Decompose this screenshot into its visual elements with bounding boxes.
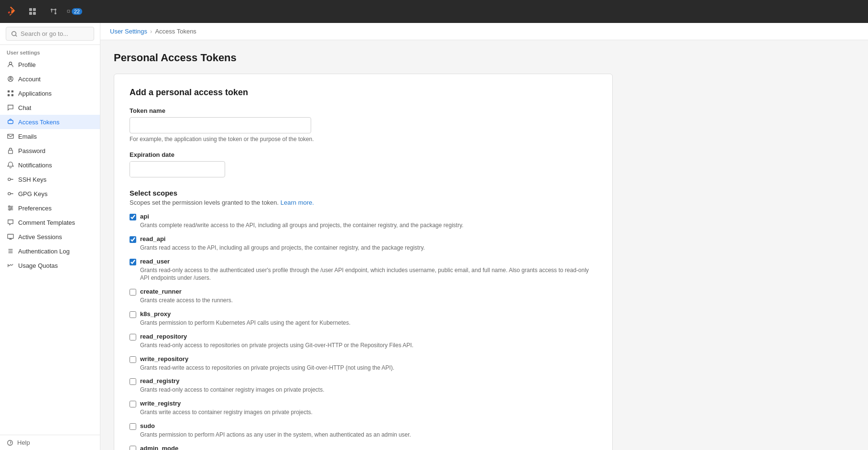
token-name-group: Token name For example, the application … [130, 107, 597, 143]
scope-item-read_repository: read_repository Grants read-only access … [130, 333, 597, 350]
sidebar-item-usage-quotas[interactable]: Usage Quotas [0, 258, 100, 273]
svg-rect-3 [33, 12, 36, 15]
scope-item-read_registry: read_registry Grants read-only access to… [130, 377, 597, 394]
scope-checkbox-k8s_proxy[interactable] [130, 311, 136, 318]
sidebar-label-usage-quotas: Usage Quotas [18, 262, 58, 269]
sidebar-item-password[interactable]: Password [0, 143, 100, 158]
svg-rect-13 [8, 94, 10, 96]
scope-name-read_registry: read_registry [140, 377, 179, 384]
card-title: Add a personal access token [130, 88, 597, 98]
scope-checkbox-read_user[interactable] [130, 259, 136, 265]
issues-button[interactable]: 22 [67, 4, 82, 19]
sidebar-label-notifications: Notifications [18, 162, 52, 169]
scope-checkbox-sudo[interactable] [130, 423, 136, 430]
lock-icon [7, 147, 14, 154]
sidebar-item-ssh-keys[interactable]: SSH Keys [0, 172, 100, 187]
svg-point-24 [8, 440, 13, 445]
sidebar-label-emails: Emails [18, 133, 37, 140]
sidebar-item-auth-log[interactable]: Authentication Log [0, 244, 100, 258]
expiration-input[interactable] [130, 162, 223, 177]
scope-item-read_api: read_api Grants read access to the API, … [130, 235, 597, 252]
token-icon [7, 118, 14, 126]
sidebar-item-profile[interactable]: Profile [0, 57, 100, 72]
scope-checkbox-read_api[interactable] [130, 236, 136, 243]
scope-desc-read_user: Grants read-only access to the authentic… [140, 266, 597, 283]
sidebar-item-applications[interactable]: Applications [0, 86, 100, 100]
scope-name-create_runner: create_runner [140, 288, 182, 295]
sidebar-item-emails[interactable]: Emails [0, 129, 100, 143]
sidebar-item-comment-templates[interactable]: Comment Templates [0, 215, 100, 230]
sidebar-label-ssh-keys: SSH Keys [18, 176, 46, 183]
svg-rect-14 [11, 94, 13, 96]
clear-date-button[interactable] [223, 163, 225, 176]
scope-item-sudo: sudo Grants permission to perform API ac… [130, 422, 597, 439]
scopes-title: Select scopes [130, 189, 597, 197]
token-name-input[interactable] [130, 117, 311, 133]
chart-icon [7, 262, 14, 269]
sidebar-label-profile: Profile [18, 61, 36, 68]
scope-checkbox-create_runner[interactable] [130, 289, 136, 296]
expiration-label: Expiration date [130, 151, 597, 158]
search-button[interactable]: Search or go to... [6, 27, 94, 41]
breadcrumb-separator: › [150, 28, 152, 35]
svg-rect-23 [8, 234, 13, 239]
scope-name-read_api: read_api [140, 235, 165, 242]
scope-desc-write_repository: Grants read-write access to repositories… [140, 364, 597, 372]
scope-desc-api: Grants complete read/write access to the… [140, 221, 597, 230]
sidebar-search-container: Search or go to... [0, 23, 100, 45]
sidebar-label-password: Password [18, 147, 45, 154]
sidebar-label-account: Account [18, 76, 41, 83]
app-logo[interactable] [6, 5, 19, 18]
svg-rect-12 [11, 90, 13, 92]
sidebar-item-chat[interactable]: Chat [0, 100, 100, 115]
scopes-hint: Scopes set the permission levels granted… [130, 199, 597, 206]
apps-icon [7, 89, 14, 97]
key-icon [7, 176, 14, 183]
sidebar-item-account[interactable]: Account [0, 72, 100, 86]
sidebar-item-active-sessions[interactable]: Active Sessions [0, 230, 100, 244]
token-name-label: Token name [130, 107, 597, 114]
sidebar-label-gpg-keys: GPG Keys [18, 190, 47, 198]
scope-desc-read_repository: Grants read-only access to repositories … [140, 341, 597, 350]
search-placeholder: Search or go to... [21, 30, 68, 37]
sidebar-item-notifications[interactable]: Notifications [0, 158, 100, 172]
sidebar-item-access-tokens[interactable]: Access Tokens [0, 115, 100, 129]
svg-rect-2 [29, 12, 32, 15]
issues-count: 22 [72, 8, 82, 15]
scope-checkbox-api[interactable] [130, 214, 136, 220]
svg-rect-0 [29, 8, 32, 11]
sidebar-help[interactable]: Help [0, 435, 100, 450]
pr-button[interactable] [46, 4, 61, 19]
svg-rect-11 [8, 90, 10, 92]
scope-checkbox-read_repository[interactable] [130, 334, 136, 340]
sidebar-item-gpg-keys[interactable]: GPG Keys [0, 187, 100, 201]
sidebar: Search or go to... User settings Profile… [0, 23, 100, 450]
token-name-hint: For example, the application using the t… [130, 136, 597, 143]
svg-point-6 [54, 9, 56, 11]
scopes-learn-more[interactable]: Learn more. [281, 199, 314, 206]
svg-point-19 [8, 192, 11, 195]
sidebar-label-auth-log: Authentication Log [18, 248, 70, 255]
sidebar-label-comment-templates: Comment Templates [18, 219, 75, 226]
sidebar-item-preferences[interactable]: Preferences [0, 201, 100, 215]
topbar: 22 [0, 0, 868, 23]
sidebar-label-access-tokens: Access Tokens [18, 119, 59, 126]
scope-checkbox-admin_mode[interactable] [130, 446, 136, 450]
breadcrumb-parent[interactable]: User Settings [110, 28, 147, 35]
scope-checkbox-write_repository[interactable] [130, 356, 136, 363]
scope-desc-k8s_proxy: Grants permission to perform Kubernetes … [140, 319, 597, 327]
board-button[interactable] [25, 4, 40, 19]
scope-checkbox-read_registry[interactable] [130, 378, 136, 385]
person-icon [7, 61, 14, 68]
scope-name-write_registry: write_registry [140, 400, 181, 407]
svg-point-18 [8, 178, 11, 180]
scope-name-sudo: sudo [140, 422, 155, 429]
help-label: Help [17, 439, 30, 446]
svg-point-4 [51, 9, 53, 11]
scope-name-read_repository: read_repository [140, 333, 187, 340]
chat-icon [7, 104, 14, 111]
scope-desc-write_registry: Grants write access to container registr… [140, 408, 597, 417]
scope-item-write_repository: write_repository Grants read-write acces… [130, 355, 597, 372]
scope-checkbox-write_registry[interactable] [130, 401, 136, 407]
breadcrumb: User Settings › Access Tokens [100, 23, 868, 40]
